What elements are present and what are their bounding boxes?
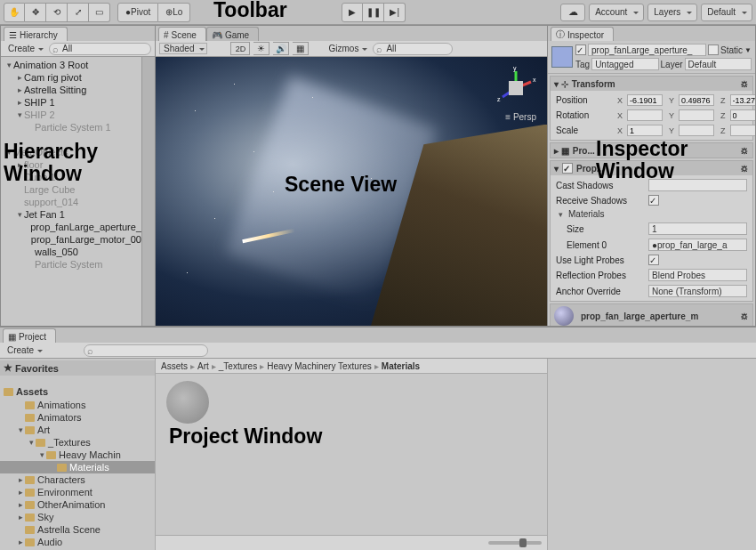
slider-thumb[interactable] (519, 538, 527, 547)
mesh-filter-header[interactable]: ▸ ▦ Pro...⛭ (551, 143, 752, 158)
orientation-gizmo[interactable]: x y z (494, 66, 538, 110)
breadcrumb-item[interactable]: Materials (382, 361, 420, 371)
rotation-y-field[interactable] (679, 109, 714, 121)
hierarchy-item[interactable]: ▾Animation 3 Root (1, 59, 141, 71)
layer-dropdown[interactable]: Default (685, 58, 752, 70)
project-folder[interactable]: Animations (0, 399, 155, 411)
transform-header[interactable]: ▾ ⊹ Transform⛭ (551, 77, 752, 91)
project-folder[interactable]: Materials (0, 461, 155, 473)
project-breadcrumb[interactable]: Assets▸Art▸_Textures▸Heavy Machinery Tex… (156, 359, 547, 374)
mode-2d-button[interactable]: 2D (230, 42, 250, 55)
game-tab[interactable]: 🎮 Game (206, 27, 259, 41)
materials-size-field[interactable]: 1 (648, 222, 747, 235)
project-tree[interactable]: ★ Favorites Assets Animations Animators▾… (0, 359, 156, 550)
object-name-field[interactable]: prop_fanLarge_aperture_ (588, 44, 706, 56)
hierarchy-tree[interactable]: ▾Animation 3 Root▸Cam rig pivot▸Astrella… (1, 57, 141, 326)
lighting-button[interactable]: ☀ (253, 42, 269, 55)
hierarchy-item[interactable]: Particle System (1, 258, 141, 271)
scene-view[interactable]: x y z ≡ Persp (156, 57, 547, 326)
rotate-tool-button[interactable]: ⟲ (46, 3, 68, 22)
thumbnail-size-slider[interactable] (488, 541, 542, 545)
step-button[interactable]: ▶| (384, 3, 406, 22)
hierarchy-create-button[interactable]: Create (4, 44, 45, 53)
scene-search-input[interactable]: All (373, 43, 453, 55)
rect-tool-button[interactable]: ▭ (89, 3, 110, 22)
hierarchy-search-input[interactable]: All (49, 43, 151, 55)
project-folder[interactable]: Animators (0, 411, 155, 424)
position-x-field[interactable] (627, 94, 663, 106)
renderer-enabled-checkbox[interactable] (562, 163, 573, 174)
hierarchy-item[interactable]: ▸SHIP 1 (1, 96, 141, 109)
hierarchy-item[interactable]: walls_050 (1, 246, 141, 258)
breadcrumb-item[interactable]: Assets (161, 361, 188, 371)
gizmos-dropdown[interactable]: Gizmos (325, 44, 369, 53)
favorites-header[interactable]: ★ Favorites (0, 360, 155, 376)
reflection-probes-dropdown[interactable]: Blend Probes (648, 269, 747, 281)
project-folder[interactable]: ▸ Sky (0, 511, 155, 523)
assets-header[interactable]: Assets (0, 384, 155, 399)
anchor-override-field[interactable]: None (Transform) (648, 285, 747, 297)
hierarchy-item[interactable]: Cube 1 (1, 171, 141, 183)
project-search-input[interactable] (84, 344, 208, 357)
active-checkbox[interactable] (575, 44, 586, 55)
project-folder[interactable]: ▸ Characters (0, 473, 155, 486)
receive-shadows-checkbox[interactable] (648, 195, 659, 206)
scale-y-field[interactable] (679, 125, 714, 136)
layout-dropdown[interactable]: Default (701, 4, 752, 21)
hierarchy-scrollbar[interactable] (141, 57, 155, 326)
play-button[interactable]: ▶ (342, 3, 363, 22)
pause-button[interactable]: ❚❚ (363, 3, 384, 22)
hierarchy-item[interactable]: support_014 (1, 196, 141, 208)
project-folder[interactable]: ▾ Art (0, 424, 155, 436)
rotation-z-field[interactable] (730, 109, 755, 121)
hierarchy-item[interactable]: prop_fanLarge_aperture_ (1, 221, 141, 233)
hierarchy-item[interactable]: ▸Cam rig pivot (1, 71, 141, 84)
breadcrumb-item[interactable]: _Textures (219, 361, 257, 371)
position-z-field[interactable] (730, 94, 755, 106)
hierarchy-item[interactable]: ▾MetaObjects (1, 146, 141, 158)
light-probes-checkbox[interactable] (648, 255, 659, 265)
breadcrumb-item[interactable]: Art (197, 361, 209, 371)
project-folder[interactable]: ▸ OtherAnimation (0, 498, 155, 511)
hierarchy-item[interactable]: Particle System 1 (1, 121, 141, 133)
asset-grid[interactable] (156, 374, 547, 535)
hierarchy-item[interactable]: ▾Jet Fan 1 (1, 208, 141, 221)
hand-tool-button[interactable]: ✋ (4, 3, 25, 22)
shading-mode-dropdown[interactable]: Shaded (159, 43, 207, 54)
pivot-button[interactable]: ●Pivot (117, 3, 158, 22)
project-folder[interactable]: ▸ Audio (0, 536, 155, 548)
static-checkbox[interactable] (708, 44, 719, 55)
local-button[interactable]: ⊕Lo (158, 3, 190, 22)
hierarchy-item[interactable]: prop_fanLarge_motor_00 (1, 233, 141, 246)
hierarchy-item[interactable]: ▾SHIP 2 (1, 109, 141, 121)
project-folder[interactable]: ▾ Heavy Machin (0, 449, 155, 461)
project-folder[interactable]: ▾ _Textures (0, 436, 155, 449)
tag-dropdown[interactable]: Untagged (591, 58, 658, 70)
scale-tool-button[interactable]: ⤢ (68, 3, 89, 22)
gameobject-icon[interactable] (551, 46, 573, 68)
hierarchy-item[interactable]: Large Cube (1, 183, 141, 196)
layers-dropdown[interactable]: Layers (647, 4, 697, 21)
position-y-field[interactable] (679, 94, 714, 106)
hierarchy-item[interactable]: ▸floor (1, 158, 141, 171)
move-tool-button[interactable]: ✥ (25, 3, 46, 22)
cloud-button[interactable]: ☁ (560, 4, 585, 21)
perspective-label[interactable]: ≡ Persp (505, 112, 536, 122)
project-tab[interactable]: ▦ Project (3, 328, 56, 343)
element0-field[interactable]: ● prop_fan_large_a (648, 239, 747, 251)
project-folder[interactable]: ▸ Environment (0, 486, 155, 498)
hierarchy-item[interactable]: ▸Astrella Sitting (1, 84, 141, 96)
rotation-x-field[interactable] (627, 109, 663, 121)
account-dropdown[interactable]: Account (589, 4, 644, 21)
audio-button[interactable]: 🔊 (273, 42, 289, 55)
inspector-tab[interactable]: ⓘ Inspector (551, 27, 614, 41)
breadcrumb-item[interactable]: Heavy Machinery Textures (267, 361, 372, 371)
project-folder[interactable]: Astrella Scene (0, 523, 155, 536)
mesh-renderer-header[interactable]: ▾ Prop...⛭ (551, 161, 752, 175)
scale-z-field[interactable] (730, 125, 755, 136)
scene-tab[interactable]: # Scene (158, 27, 206, 41)
hierarchy-tab[interactable]: ☰ Hierarchy (4, 27, 68, 41)
material-header[interactable]: prop_fan_large_aperture_m ⛭ (551, 304, 752, 326)
cast-shadows-dropdown[interactable] (648, 179, 747, 191)
scale-x-field[interactable] (627, 125, 663, 136)
